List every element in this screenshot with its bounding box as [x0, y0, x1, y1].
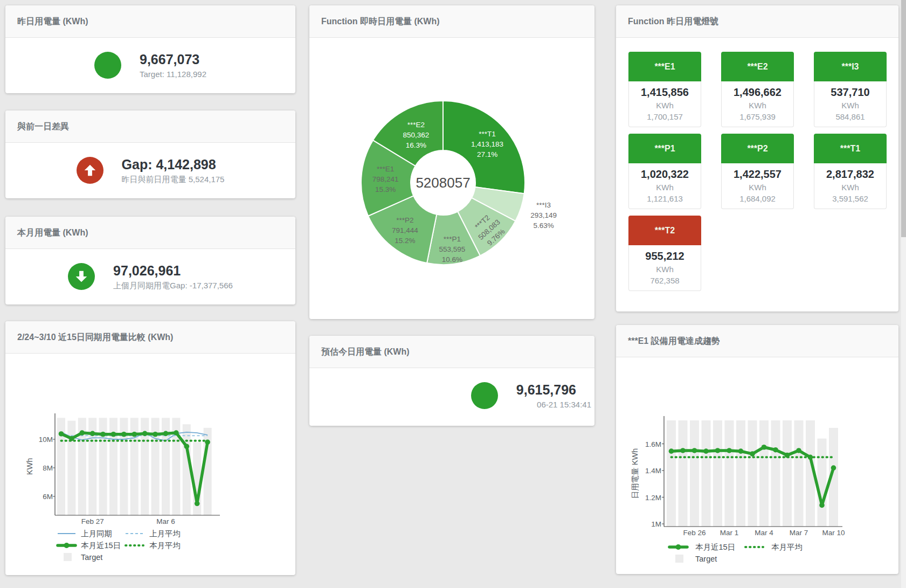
yesterday-target: Target: 11,128,992: [140, 68, 206, 80]
svg-text:本月平均: 本月平均: [149, 541, 181, 550]
tile-label: ***E2: [721, 52, 794, 81]
legend-item-本月近15日[interactable]: 本月近15日: [58, 541, 121, 550]
dashboard-background: 昨日用電量 (KWh) 9,667,073 Target: 11,128,992…: [0, 0, 901, 588]
target-bar: [783, 420, 792, 527]
card-estimate: 預估今日用電量 (KWh) 9,615,796 06-21 15:34:41: [309, 336, 594, 426]
target-bar: [771, 420, 780, 527]
legend-item-本月平均[interactable]: 本月平均: [126, 541, 181, 550]
day-gap-sub: 昨日與前日用電量 5,524,175: [122, 174, 225, 185]
card-day-gap: 與前一日差異 Gap: 4,142,898 昨日與前日用電量 5,524,175: [5, 110, 295, 198]
tile-label: ***T1: [814, 134, 887, 163]
svg-text:Feb 27: Feb 27: [81, 517, 104, 525]
tile-body: 1,415,856KWh1,700,157: [628, 81, 701, 127]
svg-text:8M: 8M: [43, 464, 53, 472]
target-bar: [748, 420, 757, 527]
tile-value: 2,817,832: [815, 167, 885, 182]
target-bar: [725, 420, 734, 527]
target-bar: [794, 420, 804, 527]
yesterday-kpi: 9,667,073 Target: 11,128,992: [5, 38, 295, 93]
legend-item-上月平均[interactable]: 上月平均: [126, 529, 181, 538]
card-month-usage: 本月用電量 (KWh) 97,026,961 上個月同期用電Gap: -17,3…: [5, 217, 295, 305]
tile-secondary: 1,684,092: [723, 193, 792, 204]
green-status-circle: [471, 382, 498, 409]
card-yesterday-usage: 昨日用電量 (KWh) 9,667,073 Target: 11,128,992: [5, 5, 295, 93]
arrow-down-icon: [68, 263, 95, 290]
svg-text:上月同期: 上月同期: [81, 529, 112, 538]
target-bar: [67, 421, 75, 515]
scrollbar[interactable]: [901, 0, 906, 588]
legend-item-本月平均[interactable]: 本月平均: [745, 543, 803, 551]
card-day-gap-title: 與前一日差異: [5, 110, 295, 143]
target-bar: [818, 439, 827, 527]
tile-secondary: 1,700,157: [630, 111, 700, 122]
svg-text:上月平均: 上月平均: [149, 529, 181, 538]
svg-text:Feb 26: Feb 26: [683, 529, 706, 537]
legend-item-本月近15日[interactable]: 本月近15日: [669, 543, 735, 551]
month-kpi: 97,026,961 上個月同期用電Gap: -17,377,566: [5, 249, 295, 304]
tile-body: 2,817,832KWh3,591,562: [814, 163, 887, 209]
tile-unit: KWh: [815, 100, 885, 111]
svg-text:Target: Target: [81, 553, 102, 562]
card-yesterday-title: 昨日用電量 (KWh): [5, 5, 295, 38]
tile-secondary: 1,675,939: [723, 111, 792, 122]
realtime-donut-chart[interactable]: ***T11,413,18327.1%***I3293,1495.63%***T…: [309, 38, 594, 319]
trend-chart[interactable]: 1M1.2M1.4M1.6MFeb 26Mar 1Mar 4Mar 7Mar 1…: [616, 357, 898, 574]
tile-secondary: 762,358: [630, 275, 700, 286]
card-lights: Function 昨日用電燈號 ***E11,415,856KWh1,700,1…: [616, 5, 898, 312]
svg-text:Mar 10: Mar 10: [822, 529, 845, 537]
card-realtime-donut: Function 即時日用電量 (KWh) ***T11,413,18327.1…: [309, 5, 594, 319]
compare-chart[interactable]: 6M8M10MFeb 27Mar 6KWh上月同期上月平均本月近15日本月平均T…: [5, 354, 295, 575]
card-compare-chart: 2/24~3/10 近15日同期用電量比較 (KWh) 6M8M10MFeb 2…: [5, 321, 295, 575]
svg-text:1.6M: 1.6M: [645, 440, 661, 448]
card-month-title: 本月用電量 (KWh): [5, 217, 295, 249]
tile-value: 1,422,557: [723, 167, 792, 182]
tile-secondary: 1,121,613: [630, 193, 700, 204]
legend-item-Target[interactable]: Target: [64, 553, 102, 562]
target-bar: [690, 420, 699, 527]
yesterday-value: 9,667,073: [140, 51, 206, 67]
y-axis-label: KWh: [25, 458, 34, 475]
legend-item-上月同期[interactable]: 上月同期: [58, 529, 112, 538]
svg-text:10M: 10M: [39, 435, 53, 444]
tile-body: 537,710KWh584,861: [814, 81, 887, 127]
legend-item-Target[interactable]: Target: [675, 555, 717, 563]
light-tile: ***T2955,212KWh762,358: [628, 216, 701, 291]
estimate-value: 9,615,796: [516, 382, 576, 398]
day-gap-value: Gap: 4,142,898: [122, 156, 225, 172]
svg-text:Mar 4: Mar 4: [755, 529, 773, 537]
arrow-up-icon: [77, 157, 103, 184]
svg-text:6M: 6M: [43, 493, 53, 501]
tile-label: ***P2: [721, 134, 794, 163]
scrollbar-thumb[interactable]: [901, 0, 906, 237]
tile-label: ***E1: [628, 52, 701, 81]
month-gap-sub: 上個月同期用電Gap: -17,377,566: [113, 280, 233, 291]
month-value: 97,026,961: [113, 262, 233, 279]
svg-text:Mar 6: Mar 6: [156, 517, 175, 525]
tile-label: ***T2: [628, 216, 701, 245]
card-estimate-title: 預估今日用電量 (KWh): [309, 336, 594, 368]
svg-text:1.4M: 1.4M: [645, 467, 661, 475]
tile-unit: KWh: [630, 182, 700, 193]
card-lights-title: Function 昨日用電燈號: [616, 5, 898, 38]
tile-value: 1,496,662: [723, 85, 792, 100]
light-tile: ***P21,422,557KWh1,684,092: [721, 134, 794, 209]
tile-body: 955,212KWh762,358: [628, 245, 701, 291]
tile-secondary: 584,861: [815, 111, 885, 122]
tile-body: 1,020,322KWh1,121,613: [628, 163, 701, 209]
target-bar: [702, 420, 711, 527]
svg-text:本月近15日: 本月近15日: [695, 543, 735, 551]
svg-text:Target: Target: [695, 555, 717, 563]
target-bar: [679, 420, 688, 527]
tile-value: 537,710: [815, 85, 885, 100]
tile-body: 1,496,662KWh1,675,939: [721, 81, 794, 127]
svg-text:Mar 7: Mar 7: [790, 529, 808, 537]
donut-label: ***I3293,1495.63%: [530, 201, 557, 230]
tile-body: 1,422,557KWh1,684,092: [721, 163, 794, 209]
estimate-timestamp: 06-21 15:34:41: [537, 399, 591, 410]
svg-text:1.2M: 1.2M: [645, 494, 661, 502]
light-tile: ***I3537,710KWh584,861: [814, 52, 887, 127]
card-trend-chart: ***E1 設備用電達成趨勢 1M1.2M1.4M1.6MFeb 26Mar 1…: [616, 325, 898, 574]
light-tile: ***E11,415,856KWh1,700,157: [628, 52, 701, 127]
tile-unit: KWh: [723, 182, 792, 193]
svg-text:Mar 1: Mar 1: [720, 529, 739, 537]
